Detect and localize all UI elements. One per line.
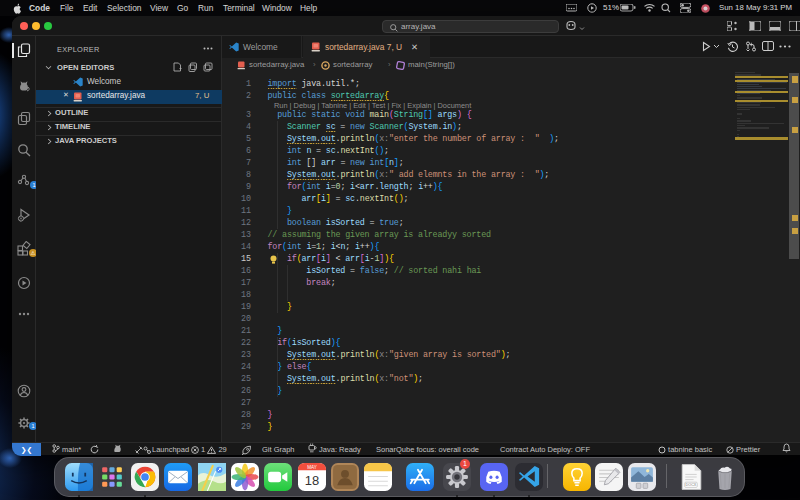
svg-text:18: 18 xyxy=(304,472,318,487)
svg-text:DOCX: DOCX xyxy=(686,483,697,487)
svg-text:MAY: MAY xyxy=(307,464,317,469)
